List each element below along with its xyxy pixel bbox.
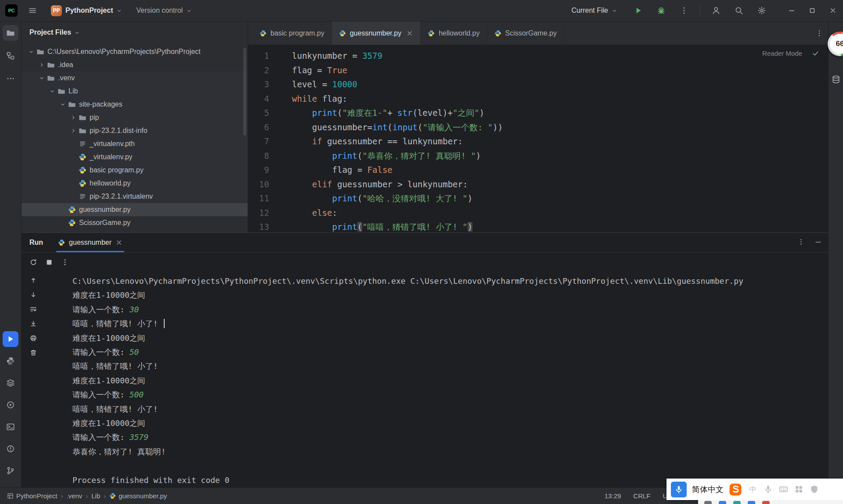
editor-tab-helloworld-py[interactable]: helloworld.py	[421, 21, 487, 45]
chevron-right-icon[interactable]	[69, 128, 78, 134]
editor-tab-scissorgame-py[interactable]: ScissorGame.py	[487, 21, 564, 45]
tree-item-pip-23-2-1-virtualenv[interactable]: pip-23.2.1.virtualenv	[22, 190, 248, 203]
chevron-right-icon[interactable]	[69, 114, 78, 121]
inspections-ok-icon[interactable]	[812, 50, 819, 57]
console-next-occurrence-button[interactable]	[30, 291, 37, 298]
console-soft-wrap-button[interactable]	[30, 306, 37, 313]
tree-item-idea[interactable]: .idea	[22, 58, 248, 71]
rerun-icon	[29, 258, 37, 266]
reader-mode-toggle[interactable]: Reader Mode	[762, 50, 802, 57]
tree-item-site-packages[interactable]: site-packages	[22, 98, 248, 111]
tool-strip-problems-button[interactable]	[3, 441, 18, 457]
tree-item-basic-program-py[interactable]: basic program.py	[22, 164, 248, 177]
run-configuration-widget[interactable]: Current File	[568, 4, 621, 17]
tree-item-venv[interactable]: .venv	[22, 71, 248, 85]
breadcrumb-item-venv[interactable]: .venv	[66, 492, 82, 500]
tool-strip-project-button[interactable]	[3, 25, 18, 41]
sogou-logo-icon[interactable]	[729, 483, 742, 496]
tool-strip-terminal-button[interactable]	[3, 419, 18, 435]
chevron-down-icon[interactable]	[27, 49, 36, 55]
toolbar-separator	[700, 6, 700, 15]
tree-item-label: site-packages	[79, 100, 122, 108]
code-line: level = 10000	[292, 77, 503, 92]
console-line: 难度在1-10000之间	[72, 374, 828, 388]
tab-list-button[interactable]	[811, 21, 828, 45]
minimize-button[interactable]	[781, 0, 802, 21]
chevron-down-icon[interactable]	[48, 88, 57, 94]
editor-tab-guessnumber-py[interactable]: guessnumber.py	[332, 21, 421, 45]
chevron-down-icon[interactable]	[58, 101, 67, 107]
tool-strip-python-console-button[interactable]	[3, 353, 18, 369]
ime-language-label[interactable]: 简体中文	[692, 484, 724, 495]
console-prev-occurrence-button[interactable]	[30, 277, 37, 284]
hide-tool-window-button[interactable]	[814, 238, 822, 247]
ime-language-mode-button[interactable]: 中	[748, 485, 757, 494]
debug-button[interactable]	[653, 3, 669, 18]
console-stop-button[interactable]	[45, 258, 53, 266]
tool-strip-services-button[interactable]	[3, 397, 18, 413]
editor-tab-basic-program-py[interactable]: basic program.py	[252, 21, 332, 45]
right-tool-strip	[828, 21, 843, 487]
ime-toolbox-button[interactable]	[794, 485, 803, 494]
tree-item-virtualenv-py[interactable]: _virtualenv.py	[22, 150, 248, 164]
ime-keyboard-button[interactable]	[779, 485, 788, 494]
tree-item-c-users-lenovo-pycharmprojects-pythonproject[interactable]: C:\Users\Lenovo\PycharmProjects\PythonPr…	[22, 45, 248, 58]
tool-strip-database-button[interactable]	[830, 73, 842, 86]
tree-item-virtualenv-pth[interactable]: _virtualenv.pth	[22, 137, 248, 150]
more-actions-button[interactable]	[676, 3, 692, 18]
pycharm-logo-icon[interactable]: PC	[5, 4, 18, 17]
ime-mic-button[interactable]	[671, 482, 687, 497]
code-line: lunkynumber = 3579	[292, 49, 503, 63]
close-tab-icon[interactable]	[115, 239, 122, 246]
close-tab-icon[interactable]	[406, 30, 413, 37]
breadcrumb-item-lib[interactable]: Lib	[91, 492, 100, 500]
tool-strip-version-control-button[interactable]	[3, 463, 18, 479]
tree-item-pip[interactable]: pip	[22, 111, 248, 124]
run-button[interactable]	[630, 3, 646, 18]
tree-item-scissorgame-py[interactable]: ScissorGame.py	[22, 216, 248, 229]
python-icon	[109, 493, 116, 499]
project-scrollbar-thumb[interactable]	[243, 48, 246, 136]
tree-item-lib[interactable]: Lib	[22, 85, 248, 98]
maximize-button[interactable]	[802, 0, 822, 21]
breadcrumb-item-guessnumber-py[interactable]: guessnumber.py	[109, 492, 167, 500]
ime-voice-button[interactable]	[764, 485, 773, 494]
ime-shield-button[interactable]	[810, 485, 819, 494]
left-strip-top	[3, 25, 18, 86]
console-run-options-button[interactable]	[61, 258, 69, 266]
run-tab-guessnumber[interactable]: guessnumber	[54, 233, 126, 252]
project-panel-header[interactable]: Project Files	[22, 21, 248, 43]
editor[interactable]: 12345678910111213 lunkynumber = 3579flag…	[248, 45, 828, 232]
tool-strip-more-tool-windows-button[interactable]	[3, 71, 18, 86]
tool-strip-structure-button[interactable]	[3, 48, 18, 64]
code-area[interactable]: lunkynumber = 3579flag = Truelevel = 100…	[292, 45, 503, 232]
version-control-widget[interactable]: Version control	[133, 4, 195, 17]
search-everywhere-button[interactable]	[731, 3, 747, 18]
tree-item-pip-23-2-1-dist-info[interactable]: pip-23.2.1.dist-info	[22, 124, 248, 137]
line-ending-widget[interactable]: CRLF	[633, 492, 650, 500]
chevron-right-icon[interactable]	[37, 62, 46, 68]
main-menu-button[interactable]	[25, 3, 40, 18]
console-print-console-button[interactable]	[30, 335, 37, 342]
grid4-icon	[794, 485, 803, 494]
console-rerun-button[interactable]	[29, 258, 37, 266]
close-button[interactable]	[822, 0, 843, 21]
console-toolbar	[22, 272, 45, 487]
tray-icon	[704, 501, 712, 504]
breadcrumb-item-pythonproject[interactable]: PythonProject	[7, 492, 57, 500]
console-output[interactable]: C:\Users\Lenovo\PycharmProjects\PythonPr…	[45, 272, 828, 487]
editor-gutter[interactable]: 12345678910111213	[248, 45, 292, 232]
tree-item-helloworld-py[interactable]: helloworld.py	[22, 177, 248, 190]
editor-widgets: Reader Mode	[762, 50, 819, 57]
chevron-down-icon[interactable]	[37, 75, 46, 81]
console-scroll-to-end-button[interactable]	[30, 320, 37, 327]
console-clear-console-button[interactable]	[30, 349, 37, 356]
tree-item-guessnumber-py[interactable]: guessnumber.py	[22, 203, 248, 216]
tool-strip-python-packages-button[interactable]	[3, 375, 18, 391]
project-widget[interactable]: PP PythonProject	[47, 3, 126, 18]
tool-strip-run-button[interactable]	[3, 331, 18, 347]
run-more-button[interactable]	[797, 238, 805, 247]
settings-button[interactable]	[754, 3, 770, 18]
code-with-me-button[interactable]	[708, 3, 724, 18]
chevron-down-icon	[39, 75, 45, 81]
